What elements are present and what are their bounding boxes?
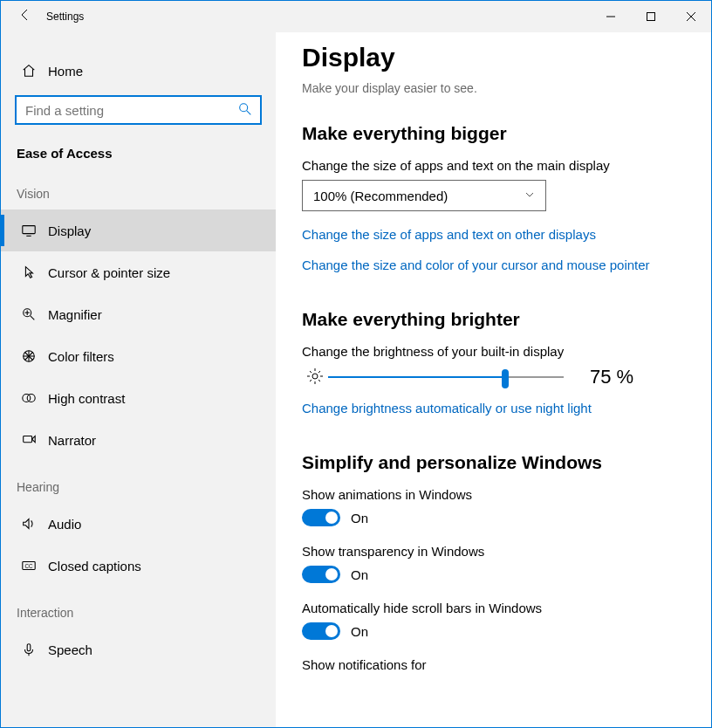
- scale-select[interactable]: 100% (Recommended): [302, 180, 546, 211]
- title-bar: Settings: [1, 1, 711, 32]
- audio-icon: [17, 516, 41, 532]
- sidebar-item-label: Speech: [41, 642, 92, 657]
- closed-captions-icon: CC: [17, 558, 41, 573]
- svg-line-29: [310, 371, 312, 373]
- page-subtitle: Make your display easier to see.: [302, 81, 685, 95]
- svg-rect-6: [23, 226, 35, 234]
- svg-rect-19: [24, 436, 32, 443]
- section-simplify-heading: Simplify and personalize Windows: [302, 452, 685, 473]
- link-night-light[interactable]: Change brightness automatically or use n…: [302, 401, 685, 416]
- sidebar-item-magnifier[interactable]: Magnifier: [1, 293, 276, 335]
- link-other-displays[interactable]: Change the size of apps and text on othe…: [302, 227, 685, 242]
- svg-point-18: [27, 395, 35, 402]
- section-bigger-heading: Make everything bigger: [302, 123, 685, 144]
- sidebar-item-audio[interactable]: Audio: [1, 503, 276, 545]
- search-input[interactable]: [24, 102, 237, 119]
- transparency-state: On: [340, 567, 368, 582]
- home-icon: [17, 63, 41, 79]
- notifications-label: Show notifications for: [302, 657, 685, 672]
- maximize-button[interactable]: [631, 1, 671, 32]
- scale-label: Change the size of apps and text on the …: [302, 158, 685, 173]
- window-title: Settings: [43, 10, 84, 23]
- transparency-toggle[interactable]: [302, 566, 340, 583]
- group-interaction: Interaction: [1, 587, 276, 628]
- animations-label: Show animations in Windows: [302, 487, 685, 502]
- speech-icon: [17, 642, 41, 657]
- svg-line-30: [318, 380, 320, 381]
- svg-line-32: [310, 380, 312, 381]
- svg-point-4: [240, 103, 248, 111]
- scrollbars-label: Automatically hide scroll bars in Window…: [302, 601, 685, 615]
- section-name: Ease of Access: [1, 135, 276, 182]
- svg-rect-22: [27, 644, 31, 651]
- transparency-label: Show transparency in Windows: [302, 544, 685, 559]
- brightness-slider[interactable]: 75 %: [302, 366, 685, 388]
- sidebar-item-label: Cursor & pointer size: [41, 265, 170, 280]
- sidebar-item-display[interactable]: Display: [1, 209, 276, 251]
- scrollbars-state: On: [340, 624, 368, 639]
- svg-line-5: [247, 110, 251, 114]
- sidebar-item-label: Color filters: [41, 349, 114, 364]
- minimize-button[interactable]: [591, 1, 631, 32]
- display-icon: [17, 223, 41, 238]
- sidebar-item-label: High contrast: [41, 391, 125, 406]
- sidebar-item-label: Audio: [41, 517, 81, 532]
- sidebar-item-speech[interactable]: Speech: [1, 628, 276, 670]
- page-title: Display: [302, 43, 685, 72]
- scale-select-value: 100% (Recommended): [313, 189, 448, 203]
- back-button[interactable]: [8, 8, 43, 26]
- sidebar-item-label: Narrator: [41, 433, 96, 448]
- brightness-value: 75 %: [564, 366, 633, 388]
- magnifier-icon: [17, 306, 41, 322]
- animations-state: On: [340, 511, 368, 525]
- svg-point-17: [23, 395, 31, 402]
- brightness-track[interactable]: [328, 368, 564, 386]
- sidebar-item-label: Closed captions: [41, 559, 141, 573]
- sidebar-item-cursor[interactable]: Cursor & pointer size: [1, 251, 276, 293]
- brightness-label: Change the brightness of your built-in d…: [302, 344, 685, 359]
- sidebar-item-narrator[interactable]: Narrator: [1, 419, 276, 461]
- sidebar-item-label: Magnifier: [41, 307, 102, 322]
- group-hearing: Hearing: [1, 461, 276, 503]
- sidebar: Home Ease of Access Vision Display Curso…: [1, 32, 276, 727]
- chevron-down-icon: [524, 189, 535, 203]
- narrator-icon: [17, 432, 41, 448]
- scrollbars-toggle[interactable]: [302, 622, 340, 640]
- sidebar-home-label: Home: [41, 64, 83, 79]
- section-brighter-heading: Make everything brighter: [302, 309, 685, 330]
- color-filters-icon: [17, 348, 41, 364]
- search-box[interactable]: [15, 95, 262, 125]
- content-area: Display Make your display easier to see.…: [276, 32, 711, 727]
- svg-point-24: [312, 374, 318, 379]
- sidebar-item-closed-captions[interactable]: CC Closed captions: [1, 545, 276, 587]
- sidebar-item-color-filters[interactable]: Color filters: [1, 335, 276, 377]
- brightness-icon: [302, 367, 328, 388]
- svg-line-31: [318, 371, 320, 373]
- sidebar-item-high-contrast[interactable]: High contrast: [1, 377, 276, 419]
- close-button[interactable]: [671, 1, 711, 32]
- svg-line-9: [31, 316, 35, 320]
- search-icon: [237, 101, 253, 120]
- link-cursor-color[interactable]: Change the size and color of your cursor…: [302, 258, 685, 272]
- svg-text:CC: CC: [24, 563, 33, 569]
- animations-toggle[interactable]: [302, 509, 340, 526]
- sidebar-home[interactable]: Home: [1, 50, 276, 92]
- sidebar-item-label: Display: [41, 223, 91, 238]
- high-contrast-icon: [17, 390, 41, 406]
- group-vision: Vision: [1, 182, 276, 209]
- svg-rect-1: [647, 13, 655, 21]
- cursor-icon: [17, 264, 41, 280]
